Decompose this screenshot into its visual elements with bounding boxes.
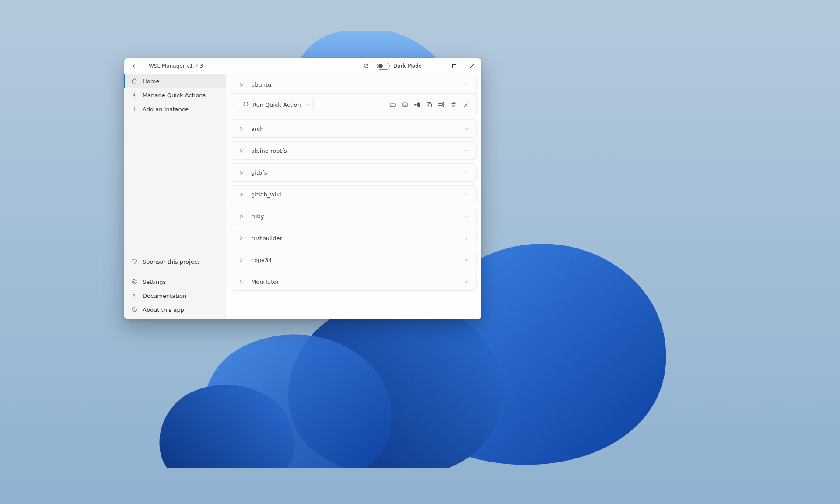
sidebar-item-home[interactable]: Home — [124, 74, 226, 88]
instance-card: ruby — [231, 207, 477, 225]
terminal-icon[interactable] — [401, 101, 408, 108]
close-button[interactable] — [465, 59, 479, 73]
svg-point-3 — [133, 281, 135, 283]
app-window: WSL Manager v1.7.3 Dark Mode — [124, 58, 481, 319]
sidebar-item-quick-actions[interactable]: Manage Quick Actions — [124, 88, 226, 102]
play-icon[interactable] — [238, 126, 244, 132]
maximize-button[interactable] — [447, 59, 461, 73]
question-icon — [131, 293, 137, 299]
play-icon[interactable] — [238, 257, 244, 263]
sidebar-item-label: About this app — [143, 307, 184, 313]
svg-rect-7 — [428, 104, 432, 107]
vscode-icon[interactable] — [413, 101, 420, 108]
instance-name: MoniTutor — [251, 279, 279, 285]
titlebar: WSL Manager v1.7.3 Dark Mode — [124, 58, 481, 74]
svg-point-2 — [133, 94, 135, 96]
instance-card: gitlab_wiki — [231, 185, 477, 203]
sidebar-item-label: Add an Instance — [143, 106, 189, 112]
instance-card: ubuntu Run Quick Action — [231, 76, 477, 116]
sidebar-item-label: Home — [143, 78, 159, 84]
play-icon[interactable] — [238, 279, 244, 285]
instance-body: Run Quick Action — [231, 94, 476, 116]
instance-name: ruby — [251, 213, 264, 220]
chevron-down-icon — [304, 102, 309, 107]
dark-mode-label: Dark Mode — [393, 63, 422, 69]
instance-header[interactable]: alpine-rootfs — [231, 142, 476, 159]
play-icon[interactable] — [238, 235, 244, 241]
play-icon[interactable] — [238, 147, 244, 154]
back-button[interactable] — [128, 59, 142, 73]
instance-header[interactable]: MoniTutor — [231, 273, 476, 290]
instance-name: copy34 — [251, 257, 272, 263]
sidebar-item-about[interactable]: About this app — [124, 303, 226, 317]
chevron-down-icon[interactable] — [463, 126, 469, 132]
instance-name: gitlab_wiki — [251, 191, 281, 198]
info-icon — [131, 307, 137, 313]
gear-icon — [131, 92, 137, 98]
instance-name: arch — [251, 126, 263, 132]
instance-header[interactable]: ubuntu — [231, 76, 476, 94]
instance-header[interactable]: gitbfs — [231, 164, 476, 181]
folder-icon[interactable] — [389, 101, 396, 108]
chevron-down-icon[interactable] — [463, 235, 469, 241]
gear-icon[interactable] — [462, 101, 469, 108]
sidebar-item-label: Manage Quick Actions — [143, 92, 206, 98]
sidebar-item-documentation[interactable]: Documentation — [124, 289, 226, 303]
instance-name: ubuntu — [251, 81, 271, 88]
rename-icon[interactable] — [438, 101, 445, 108]
copy-icon[interactable] — [426, 101, 433, 108]
instance-header[interactable]: copy34 — [231, 251, 476, 269]
braces-icon — [243, 102, 249, 108]
sidebar-item-label: Settings — [143, 279, 166, 285]
play-icon[interactable] — [238, 169, 244, 175]
instance-name: alpine-rootfs — [251, 147, 287, 154]
chevron-up-icon[interactable] — [463, 82, 469, 88]
sidebar-item-add-instance[interactable]: Add an Instance — [124, 102, 226, 116]
chevron-down-icon[interactable] — [463, 213, 469, 219]
instance-header[interactable]: gitlab_wiki — [231, 186, 476, 203]
instance-card: rustbuilder — [231, 229, 477, 247]
chevron-down-icon[interactable] — [463, 257, 469, 263]
instance-card: alpine-rootfs — [231, 141, 477, 160]
instance-card: arch — [231, 119, 477, 138]
svg-rect-8 — [438, 104, 443, 106]
home-icon — [131, 78, 137, 84]
sidebar-item-label: Sponsor this project — [143, 259, 200, 265]
run-quick-action-label: Run Quick Action — [252, 102, 301, 108]
main-content: ubuntu Run Quick Action — [226, 74, 481, 319]
instance-card: gitbfs — [231, 163, 477, 182]
chevron-down-icon[interactable] — [463, 191, 469, 197]
instance-card: copy34 — [231, 251, 477, 269]
sidebar-item-sponsor[interactable]: Sponsor this project — [124, 255, 226, 269]
chevron-down-icon[interactable] — [463, 147, 469, 154]
sidebar-item-label: Documentation — [143, 293, 186, 299]
chevron-down-icon[interactable] — [463, 279, 469, 285]
plus-icon — [131, 106, 137, 112]
instance-header[interactable]: rustbuilder — [231, 229, 476, 247]
play-icon[interactable] — [238, 82, 244, 88]
sidebar-item-settings[interactable]: Settings — [124, 275, 226, 289]
instance-name: rustbuilder — [251, 235, 282, 242]
instance-name: gitbfs — [251, 169, 267, 176]
instance-header[interactable]: arch — [231, 120, 476, 137]
heart-icon — [131, 259, 137, 265]
run-quick-action-button[interactable]: Run Quick Action — [238, 98, 314, 111]
svg-point-4 — [134, 297, 135, 298]
app-title: WSL Manager v1.7.3 — [149, 63, 203, 69]
play-icon[interactable] — [238, 191, 244, 197]
bug-icon[interactable] — [359, 59, 373, 73]
instance-card: MoniTutor — [231, 273, 477, 291]
svg-rect-1 — [452, 64, 456, 68]
minimize-button[interactable] — [430, 59, 444, 73]
instance-header[interactable]: ruby — [231, 207, 476, 225]
sidebar: Home Manage Quick Actions Add an Instanc… — [124, 74, 226, 319]
chevron-down-icon[interactable] — [463, 169, 469, 175]
svg-point-0 — [365, 65, 368, 68]
trash-icon[interactable] — [450, 101, 457, 108]
play-icon[interactable] — [238, 213, 244, 219]
svg-rect-6 — [402, 103, 407, 107]
dark-mode-toggle[interactable] — [377, 63, 390, 70]
gear-icon — [131, 279, 137, 285]
svg-point-9 — [465, 104, 467, 105]
